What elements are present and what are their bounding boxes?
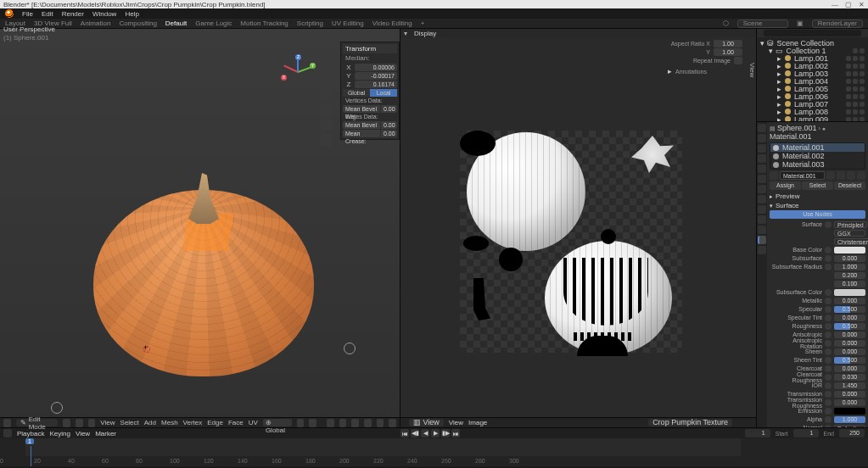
preview-header[interactable]: ▸Preview <box>770 192 865 201</box>
shading-rendered-icon[interactable] <box>389 419 396 427</box>
tl-menu-keying[interactable]: Keying <box>49 430 70 437</box>
specular-tint-field[interactable]: 0.000 <box>834 315 865 321</box>
axis-y-icon[interactable]: Y <box>310 63 316 69</box>
socket-icon[interactable] <box>825 399 832 406</box>
normal-dropdown[interactable]: Default <box>834 425 865 428</box>
vp-menu-edge[interactable]: Edge <box>207 419 223 426</box>
tab-world-icon[interactable] <box>758 164 766 173</box>
tab-videoediting[interactable]: Video Editing <box>372 20 412 27</box>
median-y-field[interactable]: -0.00017 <box>355 72 397 80</box>
pan-icon[interactable] <box>320 103 332 115</box>
sss-method-dropdown[interactable]: Christensen-Burley <box>834 238 868 245</box>
tab-scene-icon[interactable] <box>758 154 766 163</box>
socket-icon[interactable] <box>825 315 832 321</box>
sss-color-field[interactable] <box>834 289 865 296</box>
socket-icon[interactable] <box>825 357 832 364</box>
tab-default[interactable]: Default <box>165 20 187 27</box>
sheen-tint-slider[interactable]: 0.500 <box>834 357 865 364</box>
tab-scripting[interactable]: Scripting <box>297 20 323 27</box>
tab-material-icon[interactable] <box>758 236 766 244</box>
socket-icon[interactable] <box>825 323 832 330</box>
anisotropic-field[interactable]: 0.000 <box>834 332 865 338</box>
trans-rough-field[interactable]: 0.000 <box>834 399 865 406</box>
socket-icon[interactable] <box>825 247 832 254</box>
material-slot[interactable]: Material.001 <box>770 143 865 152</box>
socket-icon[interactable] <box>825 365 832 372</box>
vp-menu-face[interactable]: Face <box>228 419 244 426</box>
socket-icon[interactable] <box>825 264 832 270</box>
sss-radius-1-field[interactable]: 0.200 <box>834 272 865 279</box>
transmission-field[interactable]: 0.000 <box>834 391 865 398</box>
uv-image-canvas[interactable] <box>460 131 682 353</box>
sel-mode-edge-icon[interactable] <box>76 419 83 427</box>
specular-slider[interactable]: 0.500 <box>834 306 865 313</box>
vp-menu-select[interactable]: Select <box>120 419 139 426</box>
socket-icon[interactable] <box>825 255 832 262</box>
orientation-selector[interactable]: ⊕ Global <box>263 419 292 426</box>
frame-end-field[interactable]: 250 <box>839 429 865 437</box>
image-side-tab-view[interactable]: View <box>748 63 756 77</box>
keyframe-next-icon[interactable]: ▮▶ <box>441 429 450 437</box>
material-users-icon[interactable] <box>826 171 835 180</box>
mean-crease-field[interactable]: 0.00 <box>380 130 397 137</box>
play-icon[interactable]: ▶ <box>431 429 440 437</box>
play-reverse-icon[interactable]: ◀ <box>421 429 429 437</box>
clearcoat-field[interactable]: 0.000 <box>834 365 865 372</box>
perspective-icon[interactable] <box>320 134 332 146</box>
tab-gamelogic[interactable]: Game Logic <box>195 20 232 27</box>
image-mode-selector[interactable]: ▥ View <box>409 419 444 426</box>
tab-viewlayer-icon[interactable] <box>758 144 766 153</box>
ior-field[interactable]: 1.450 <box>834 382 865 389</box>
material-slot[interactable]: Material.003 <box>770 160 865 169</box>
material-name-field[interactable]: Material.001 <box>780 171 825 180</box>
surface-shader-dropdown[interactable]: Principled BSDF <box>834 221 867 228</box>
aspect-y-field[interactable]: 1.00 <box>714 48 742 56</box>
image-name-field[interactable]: Crop Pumpkin Texture <box>648 419 732 426</box>
material-browse-icon[interactable] <box>770 171 778 180</box>
tab-uvediting[interactable]: UV Editing <box>332 20 364 27</box>
select-button[interactable]: Select <box>802 181 833 190</box>
socket-icon[interactable] <box>825 425 832 428</box>
repeat-image-checkbox[interactable] <box>734 57 742 64</box>
proportional-icon[interactable] <box>309 419 316 427</box>
xray-toggle-icon[interactable] <box>339 419 347 427</box>
mesh-object-pumpkin[interactable] <box>93 173 314 376</box>
tab-output-icon[interactable] <box>758 134 766 142</box>
mean-bevel-v-field[interactable]: 0.00 <box>380 105 397 113</box>
axis-z-icon[interactable]: Z <box>295 54 301 60</box>
socket-icon[interactable] <box>825 416 832 423</box>
socket-icon[interactable] <box>825 306 832 313</box>
socket-icon[interactable] <box>825 391 832 398</box>
aniso-rot-field[interactable]: 0.000 <box>834 340 865 347</box>
transform-header[interactable]: Transform <box>343 44 397 53</box>
vp-menu-mesh[interactable]: Mesh <box>161 419 178 426</box>
editor-type-icon[interactable] <box>3 419 11 427</box>
socket-icon[interactable] <box>825 298 832 304</box>
tl-menu-view[interactable]: View <box>76 430 90 437</box>
3d-viewport[interactable]: User Perspective (1) Sphere.001 X Y Z <box>0 29 400 427</box>
socket-icon[interactable] <box>825 408 832 415</box>
axis-x-icon[interactable]: X <box>281 75 287 81</box>
jump-start-icon[interactable]: ⏮ <box>400 429 409 437</box>
deselect-button[interactable]: Deselect <box>834 181 865 190</box>
socket-icon[interactable] <box>825 374 832 381</box>
tl-menu-playback[interactable]: Playback <box>17 430 44 437</box>
scene-selector[interactable]: Scene <box>737 20 788 28</box>
jump-end-icon[interactable]: ⏭ <box>451 429 460 437</box>
menu-file[interactable]: File <box>22 10 33 18</box>
minimize-button[interactable]: — <box>832 1 838 8</box>
maximize-button[interactable]: ▢ <box>845 1 852 8</box>
tab-mesh-icon[interactable] <box>758 226 766 234</box>
renderlayer-selector[interactable]: RenderLayer <box>812 20 863 28</box>
shading-wireframe-icon[interactable] <box>351 419 359 427</box>
vp-menu-vertex[interactable]: Vertex <box>183 419 203 426</box>
sheen-field[interactable]: 0.000 <box>834 348 865 355</box>
alpha-slider[interactable]: 1.000 <box>834 416 865 423</box>
shading-solid-icon[interactable] <box>364 419 372 427</box>
menu-window[interactable]: Window <box>92 10 116 18</box>
socket-icon[interactable] <box>825 332 832 338</box>
tab-add[interactable]: + <box>421 20 425 27</box>
shading-lookdev-icon[interactable] <box>377 419 384 427</box>
sel-mode-face-icon[interactable] <box>88 419 96 427</box>
editor-type-icon[interactable] <box>3 429 12 437</box>
